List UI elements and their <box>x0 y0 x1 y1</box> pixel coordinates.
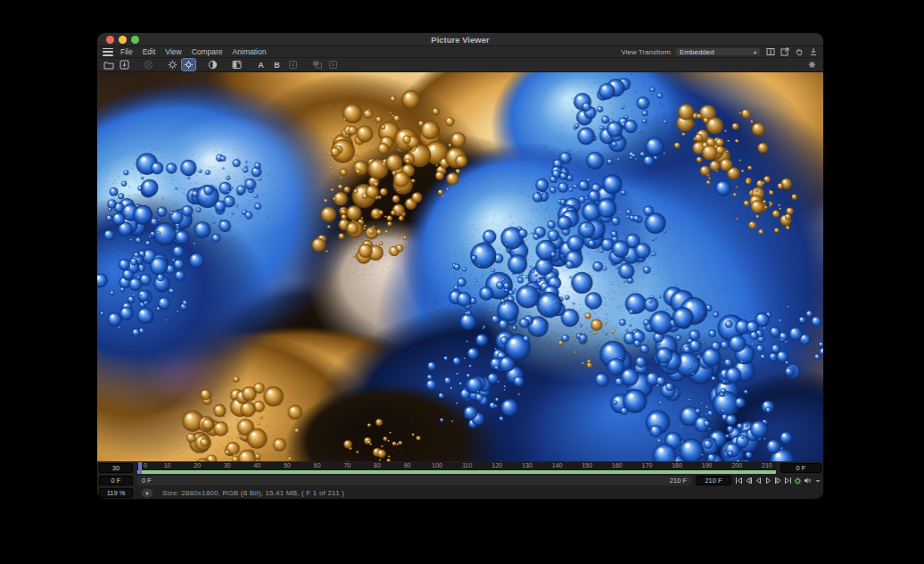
ruler-tick-label: 0 <box>144 462 147 469</box>
ruler-tick-label: 110 <box>462 462 472 469</box>
preview-range-bar[interactable]: 0 F 210 F <box>137 476 691 485</box>
display-options-gear-icon[interactable] <box>182 59 195 70</box>
timeline-ruler[interactable]: 0102030405060708090100110120130140150160… <box>137 462 776 474</box>
current-frame-field[interactable]: 0 F <box>780 463 821 473</box>
ruler-tick-label: 190 <box>702 462 713 469</box>
ruler-tick-label: 100 <box>432 462 442 469</box>
ruler-tick-label: 130 <box>522 462 532 469</box>
cache-bar <box>137 470 776 474</box>
ruler-tick-label: 20 <box>194 462 201 469</box>
toolbar: A B <box>97 58 823 72</box>
ruler-tick-label: 150 <box>582 462 592 469</box>
range-row: 0 F 0 F 210 F 210 F <box>99 475 821 486</box>
previous-frame-button[interactable] <box>745 476 753 485</box>
picture-viewer-window: Picture Viewer File Edit View Compare An… <box>96 32 824 500</box>
ruler-tick-label: 160 <box>612 462 623 469</box>
apply-ab-icon <box>326 59 340 70</box>
transport-controls <box>735 476 821 485</box>
menu-compare[interactable]: Compare <box>192 47 223 56</box>
playback-options-button[interactable] <box>813 476 821 485</box>
play-forward-button[interactable] <box>764 476 772 485</box>
loop-playback-icon[interactable] <box>794 476 802 485</box>
menu-edit[interactable]: Edit <box>143 47 156 56</box>
download-icon[interactable] <box>808 47 818 57</box>
menu-animation[interactable]: Animation <box>233 47 267 56</box>
set-b-button[interactable]: B <box>270 59 284 70</box>
ruler-tick-label: 140 <box>552 462 563 469</box>
ruler-tick-label: 170 <box>642 462 653 469</box>
image-viewport[interactable] <box>97 72 823 461</box>
ruler-tick-label: 50 <box>284 462 291 469</box>
copy-ab-icon <box>310 59 324 70</box>
pop-out-icon[interactable] <box>780 47 789 57</box>
menu-file[interactable]: File <box>120 47 133 56</box>
playhead[interactable] <box>138 462 142 474</box>
ruler-tick-label: 80 <box>374 462 381 469</box>
ruler-tick-label: 200 <box>731 462 742 469</box>
range-start-label: 0 F <box>142 477 152 485</box>
sound-toggle-icon[interactable] <box>804 476 812 485</box>
play-backward-button[interactable] <box>755 476 763 485</box>
range-start-field[interactable]: 0 F <box>99 476 133 485</box>
next-frame-button[interactable] <box>774 476 782 485</box>
range-end-label: 210 F <box>670 477 687 485</box>
timeline-panel: 30 0102030405060708090100110120130140150… <box>97 461 823 500</box>
fps-field[interactable]: 30 <box>99 463 133 473</box>
save-icon[interactable] <box>118 59 131 70</box>
ruler-tick-label: 90 <box>404 462 411 469</box>
split-view-icon[interactable] <box>765 47 775 57</box>
contrast-filter-icon[interactable] <box>206 59 219 70</box>
hamburger-menu-icon[interactable] <box>103 48 113 56</box>
stop-render-icon <box>142 59 155 70</box>
status-info-text: Size: 2880x1800, RGB (8 Bit), 15.41 MB, … <box>162 489 344 497</box>
chevron-down-icon: ▾ <box>754 49 756 55</box>
ruler-tick-label: 10 <box>164 462 171 469</box>
ruler-tick-label: 120 <box>492 462 503 469</box>
fullscreen-icon[interactable] <box>805 59 819 70</box>
view-transform-label: View Transform <box>622 48 671 56</box>
zoom-dropdown-button[interactable]: ▼ <box>141 488 153 498</box>
ruler-tick-label: 180 <box>672 462 682 469</box>
ruler-tick-label: 30 <box>224 462 231 469</box>
window-title: Picture Viewer <box>97 35 823 45</box>
settings-gear-icon[interactable] <box>166 59 179 70</box>
ruler-tick-label: 210 <box>762 462 772 469</box>
menubar: File Edit View Compare Animation View Tr… <box>97 46 823 58</box>
goto-end-button[interactable] <box>784 476 792 485</box>
zoom-level-field[interactable]: 119 % <box>99 488 133 498</box>
set-a-button[interactable]: A <box>254 59 268 70</box>
menu-view[interactable]: View <box>165 47 181 56</box>
rendered-image <box>97 72 823 461</box>
ruler-tick-label: 40 <box>254 462 261 469</box>
range-end-field[interactable]: 210 F <box>696 476 731 485</box>
view-transform-select[interactable]: Embedded ▾ <box>675 47 761 56</box>
open-folder-icon[interactable] <box>102 59 115 70</box>
titlebar[interactable]: Picture Viewer <box>97 33 823 46</box>
view-transform-value: Embedded <box>680 48 754 56</box>
ruler-row: 30 0102030405060708090100110120130140150… <box>99 462 821 474</box>
ab-split-view-icon[interactable] <box>230 59 243 70</box>
hand-pan-icon[interactable] <box>794 47 804 57</box>
status-row: 119 % ▼ Size: 2880x1800, RGB (8 Bit), 15… <box>99 487 821 499</box>
goto-start-button[interactable] <box>735 476 743 485</box>
ruler-tick-label: 60 <box>314 462 321 469</box>
swap-ab-icon <box>286 59 300 70</box>
ruler-tick-label: 70 <box>343 462 351 469</box>
